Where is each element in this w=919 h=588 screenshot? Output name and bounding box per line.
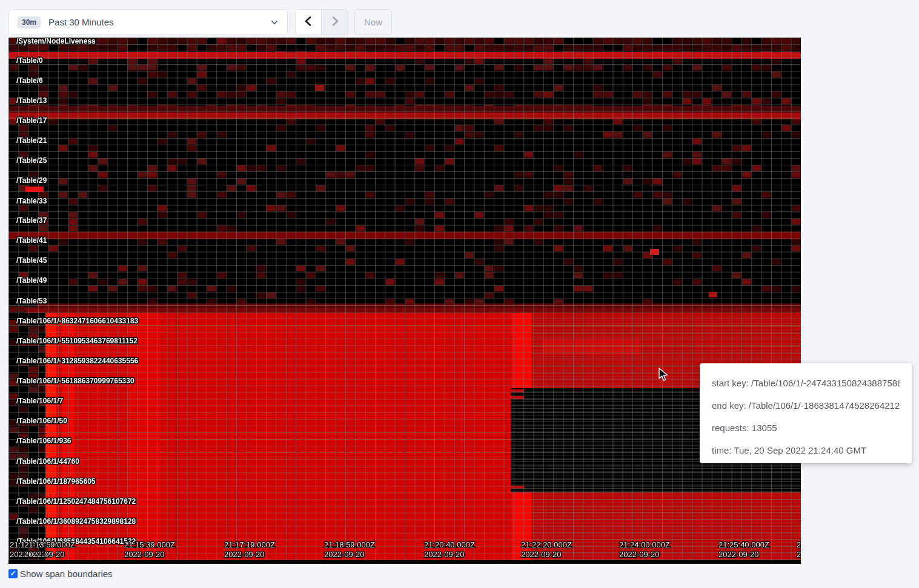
tooltip-time: time: Tue, 20 Sep 2022 21:24:40 GMT (712, 439, 900, 461)
time-nav-button-group (295, 9, 348, 35)
now-button[interactable]: Now (354, 9, 392, 35)
key-visualizer-page: 30m Past 30 Minutes Now start key: /Tabl… (0, 0, 919, 588)
tooltip-requests: requests: 13055 (712, 417, 900, 439)
time-window-label: Past 30 Minutes (48, 17, 270, 27)
chevron-down-icon (270, 18, 279, 27)
show-span-boundaries-checkbox[interactable]: ✓ (8, 569, 18, 578)
tooltip-end-key: end key: /Table/106/1/-18683814745282642… (712, 394, 900, 417)
show-span-boundaries-label: Show span boundaries (20, 569, 113, 579)
time-window-badge: 30m (18, 16, 41, 28)
previous-time-button[interactable] (295, 9, 322, 35)
time-window-dropdown[interactable]: 30m Past 30 Minutes (8, 9, 288, 35)
key-visualizer-heatmap[interactable] (8, 38, 801, 564)
footer-controls: ✓ Show span boundaries (8, 569, 113, 579)
next-time-button[interactable] (322, 9, 348, 35)
chevron-left-icon (303, 16, 314, 29)
mouse-cursor-icon (656, 368, 669, 385)
chevron-right-icon (330, 16, 340, 29)
checkmark-icon: ✓ (10, 569, 16, 578)
tooltip-start-key: start key: /Table/106/1/-247433150824388… (712, 372, 900, 394)
hover-tooltip: start key: /Table/106/1/-247433150824388… (700, 363, 912, 463)
